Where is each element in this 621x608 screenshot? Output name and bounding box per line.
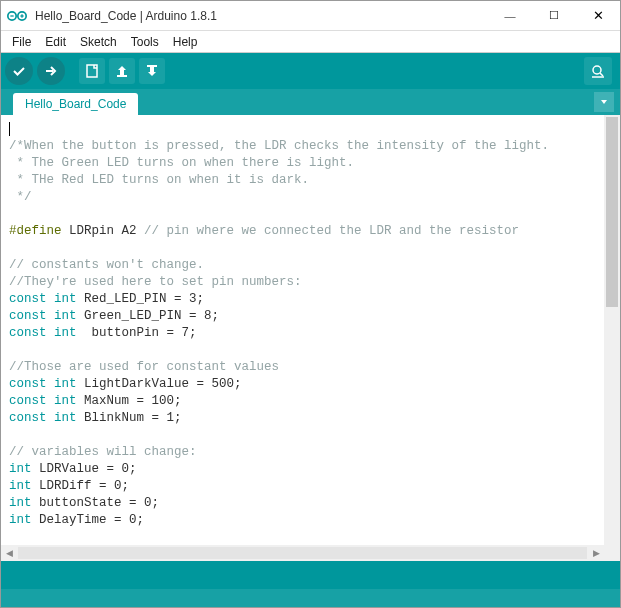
code-line: //Those are used for constant values <box>9 360 279 374</box>
scrollbar-track[interactable] <box>18 547 587 559</box>
code-line: */ <box>9 190 32 204</box>
maximize-button[interactable]: ☐ <box>532 1 576 31</box>
code-token: int <box>54 411 77 425</box>
serial-monitor-button[interactable] <box>584 57 612 85</box>
minimize-button[interactable]: — <box>488 1 532 31</box>
code-line: /*When the button is pressed, the LDR ch… <box>9 139 549 153</box>
save-button[interactable] <box>139 58 165 84</box>
code-token: Red_LED_PIN = 3; <box>77 292 205 306</box>
tabbar: Hello_Board_Code <box>1 89 620 115</box>
code-token: const <box>9 394 47 408</box>
code-line: * The Green LED turns on when there is l… <box>9 156 354 170</box>
code-token: LightDarkValue = 500; <box>77 377 242 391</box>
close-button[interactable]: ✕ <box>576 1 620 31</box>
code-token: const <box>9 326 47 340</box>
new-button[interactable] <box>79 58 105 84</box>
code-token: int <box>54 377 77 391</box>
code-token: Green_LED_PIN = 8; <box>77 309 220 323</box>
code-token: BlinkNum = 1; <box>77 411 182 425</box>
code-token: int <box>9 513 32 527</box>
titlebar: Hello_Board_Code | Arduino 1.8.1 — ☐ ✕ <box>1 1 620 31</box>
code-token: int <box>9 496 32 510</box>
tab-menu-button[interactable] <box>594 92 614 112</box>
vertical-scrollbar[interactable] <box>604 115 620 545</box>
code-token: const <box>9 377 47 391</box>
svg-rect-9 <box>147 65 157 67</box>
svg-rect-5 <box>87 65 97 77</box>
scroll-left-icon[interactable]: ◀ <box>1 545 17 561</box>
code-token: // pin where we connected the LDR and th… <box>144 224 519 238</box>
svg-line-11 <box>600 73 603 76</box>
code-token: LDRDiff = 0; <box>32 479 130 493</box>
verify-button[interactable] <box>5 57 33 85</box>
horizontal-scrollbar[interactable]: ◀ ▶ <box>1 545 604 561</box>
code-line: * THe Red LED turns on when it is dark. <box>9 173 309 187</box>
code-token: int <box>54 394 77 408</box>
code-token: int <box>54 309 77 323</box>
svg-rect-7 <box>117 75 127 77</box>
scroll-corner <box>604 545 620 561</box>
open-button[interactable] <box>109 58 135 84</box>
svg-point-10 <box>593 66 601 74</box>
code-token: buttonPin = 7; <box>77 326 197 340</box>
menubar: File Edit Sketch Tools Help <box>1 31 620 53</box>
code-token: const <box>9 411 47 425</box>
code-token: MaxNum = 100; <box>77 394 182 408</box>
console-panel <box>1 561 620 589</box>
window-title: Hello_Board_Code | Arduino 1.8.1 <box>33 9 488 23</box>
scroll-right-icon[interactable]: ▶ <box>588 545 604 561</box>
tab-sketch[interactable]: Hello_Board_Code <box>13 93 138 115</box>
code-token: LDRpin A2 <box>62 224 145 238</box>
scrollbar-thumb[interactable] <box>606 117 618 307</box>
code-token: const <box>9 309 47 323</box>
status-bar <box>1 589 620 607</box>
menu-tools[interactable]: Tools <box>124 33 166 51</box>
code-token: const <box>9 292 47 306</box>
editor-area: /*When the button is pressed, the LDR ch… <box>1 115 620 561</box>
code-token: int <box>54 326 77 340</box>
text-cursor <box>9 122 10 136</box>
code-token: buttonState = 0; <box>32 496 160 510</box>
arduino-logo-icon <box>7 6 27 26</box>
code-line: // constants won't change. <box>9 258 204 272</box>
code-token: int <box>54 292 77 306</box>
toolbar <box>1 53 620 89</box>
menu-file[interactable]: File <box>5 33 38 51</box>
code-token: #define <box>9 224 62 238</box>
svg-rect-8 <box>150 67 154 72</box>
code-token: LDRValue = 0; <box>32 462 137 476</box>
menu-help[interactable]: Help <box>166 33 205 51</box>
code-editor[interactable]: /*When the button is pressed, the LDR ch… <box>1 115 604 545</box>
code-token: DelayTime = 0; <box>32 513 145 527</box>
code-token: int <box>9 462 32 476</box>
menu-edit[interactable]: Edit <box>38 33 73 51</box>
code-line: //They're used here to set pin numbers: <box>9 275 302 289</box>
upload-button[interactable] <box>37 57 65 85</box>
svg-rect-6 <box>120 70 124 75</box>
code-line: // variables will change: <box>9 445 197 459</box>
menu-sketch[interactable]: Sketch <box>73 33 124 51</box>
code-token: int <box>9 479 32 493</box>
